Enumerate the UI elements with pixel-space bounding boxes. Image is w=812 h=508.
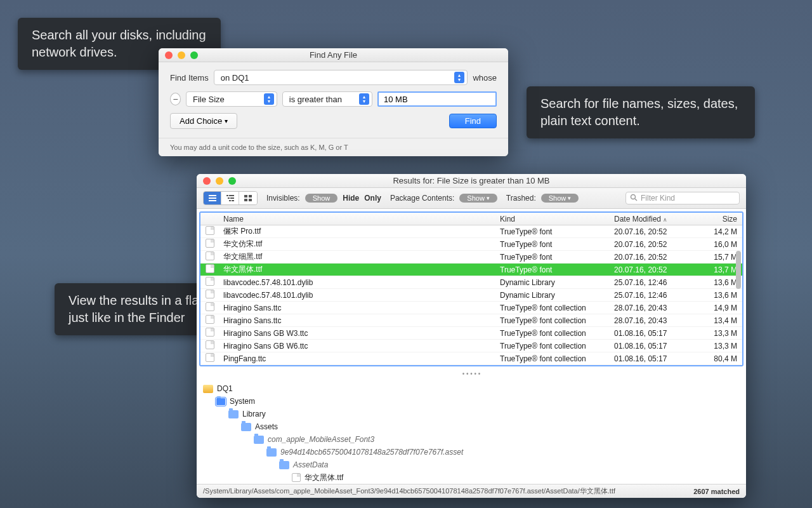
tree-row[interactable]: System xyxy=(203,395,740,408)
cell-kind: TrueType® font xyxy=(495,240,609,249)
folder-icon xyxy=(216,398,226,406)
icon-view-icon[interactable] xyxy=(239,192,257,204)
folder-icon xyxy=(266,448,277,457)
table-row[interactable]: 华文仿宋.ttf TrueType® font 20.07.16, 20:52 … xyxy=(200,238,742,251)
package-label: Package Contents: xyxy=(390,194,454,203)
file-icon xyxy=(206,277,214,286)
table-body[interactable]: 儷宋 Pro.ttf TrueType® font 20.07.16, 20:5… xyxy=(200,225,742,365)
cell-name: Hiragino Sans GB W3.ttc xyxy=(218,329,495,338)
tree-row[interactable]: Library xyxy=(203,408,740,420)
file-icon xyxy=(206,353,214,362)
file-icon xyxy=(206,290,214,298)
cell-name: Hiragino Sans.ttc xyxy=(218,304,495,312)
view-mode-segment[interactable] xyxy=(203,191,258,205)
tree-row[interactable]: Assets xyxy=(203,420,740,433)
toolbar: Invisibles: Show Hide Only Package Conte… xyxy=(197,188,746,209)
package-show-button[interactable]: Show ▾ xyxy=(459,194,497,203)
table-row[interactable]: Hiragino Sans.ttc TrueType® font collect… xyxy=(200,302,742,314)
table-row[interactable]: libavcodec.57.48.101.dylib Dynamic Libra… xyxy=(200,289,742,302)
find-items-label: Find Items xyxy=(170,73,209,83)
results-window: Results for: File Size is greater than 1… xyxy=(197,174,746,498)
cell-kind: TrueType® font collection xyxy=(495,342,609,351)
file-icon xyxy=(292,473,301,482)
close-icon[interactable] xyxy=(165,51,173,59)
attribute-value: File Size xyxy=(193,95,225,104)
cell-date: 01.08.16, 05:17 xyxy=(609,342,698,351)
zoom-icon[interactable] xyxy=(190,51,198,59)
cell-size: 13,3 M xyxy=(698,342,742,351)
folder-icon xyxy=(241,423,251,431)
cell-kind: TrueType® font collection xyxy=(495,354,609,363)
table-row[interactable]: 华文黑体.ttf TrueType® font 20.07.16, 20:52 … xyxy=(200,264,742,276)
minimize-icon[interactable] xyxy=(178,51,185,59)
status-path: /System/Library/Assets/com_apple_MobileA… xyxy=(203,486,615,496)
table-row[interactable]: Hiragino Sans GB W6.ttc TrueType® font c… xyxy=(200,340,742,352)
results-table: Name Kind Date Modified ∧ Size 儷宋 Pro.tt… xyxy=(199,211,743,366)
path-tree[interactable]: DQ1SystemLibraryAssetscom_apple_MobileAs… xyxy=(197,378,746,488)
svg-rect-3 xyxy=(226,195,228,196)
table-row[interactable]: PingFang.ttc TrueType® font collection 0… xyxy=(200,352,742,365)
whose-label: whose xyxy=(473,73,497,83)
invisibles-show-button[interactable]: Show xyxy=(305,194,338,203)
filter-input[interactable]: Filter Kind xyxy=(625,192,740,204)
cell-kind: TrueType® font xyxy=(495,265,609,274)
file-icon xyxy=(206,226,214,235)
cell-date: 20.07.16, 20:52 xyxy=(609,265,698,274)
cell-date: 25.07.16, 12:46 xyxy=(609,278,698,287)
col-date[interactable]: Date Modified ∧ xyxy=(609,215,698,224)
remove-criterion-button[interactable]: − xyxy=(170,93,181,105)
tree-row[interactable]: AssetData xyxy=(203,458,740,471)
cell-size: 13,6 M xyxy=(698,291,742,300)
cell-date: 01.08.16, 05:17 xyxy=(609,354,698,363)
zoom-icon[interactable] xyxy=(228,177,236,185)
titlebar[interactable]: Results for: File Size is greater than 1… xyxy=(197,174,746,188)
list-view-icon[interactable] xyxy=(204,192,221,204)
cell-kind: TrueType® font collection xyxy=(495,329,609,338)
invisibles-only-button[interactable]: Only xyxy=(364,194,381,203)
scope-select[interactable]: on DQ1 xyxy=(214,70,468,85)
attribute-select[interactable]: File Size xyxy=(186,91,277,107)
tree-row[interactable]: 9e94d14bcb65750041078148a2578df7f07e767f… xyxy=(203,446,740,458)
cell-date: 28.07.16, 20:43 xyxy=(609,316,698,325)
splitter-handle[interactable]: • • • • • xyxy=(197,369,746,378)
invisibles-hide-button[interactable]: Hide xyxy=(343,194,359,203)
table-row[interactable]: libavcodec.57.48.101.dylib Dynamic Libra… xyxy=(200,276,742,289)
titlebar[interactable]: Find Any File xyxy=(159,48,508,62)
tree-label: AssetData xyxy=(293,460,328,469)
filter-placeholder: Filter Kind xyxy=(641,194,675,203)
find-button[interactable]: Find xyxy=(449,114,497,128)
operator-select[interactable]: is greater than xyxy=(282,91,372,107)
table-row[interactable]: Hiragino Sans GB W3.ttc TrueType® font c… xyxy=(200,327,742,340)
chevron-updown-icon: ▾ xyxy=(487,195,490,201)
trashed-show-button[interactable]: Show ▾ xyxy=(541,194,579,203)
minimize-icon[interactable] xyxy=(216,177,223,185)
cell-size: 14,9 M xyxy=(698,304,742,312)
col-size[interactable]: Size xyxy=(698,215,742,224)
tree-row[interactable]: DQ1 xyxy=(203,382,740,395)
scrollbar[interactable] xyxy=(736,251,741,289)
add-choice-button[interactable]: Add Choice ▾ xyxy=(170,113,237,129)
cell-name: libavcodec.57.48.101.dylib xyxy=(218,291,495,300)
col-kind[interactable]: Kind xyxy=(495,215,609,224)
svg-rect-9 xyxy=(244,195,247,197)
file-icon xyxy=(206,328,214,337)
table-row[interactable]: Hiragino Sans.ttc TrueType® font collect… xyxy=(200,314,742,327)
file-icon xyxy=(206,302,214,311)
tree-row[interactable]: com_apple_MobileAsset_Font3 xyxy=(203,433,740,446)
chevron-updown-icon xyxy=(264,93,274,105)
value-input[interactable] xyxy=(377,91,497,107)
tree-row[interactable]: 华文黑体.ttf xyxy=(203,471,740,484)
hierarchy-view-icon[interactable] xyxy=(221,192,239,204)
tree-label: com_apple_MobileAsset_Font3 xyxy=(268,435,374,444)
cell-name: libavcodec.57.48.101.dylib xyxy=(218,278,495,287)
cell-date: 01.08.16, 05:17 xyxy=(609,329,698,338)
close-icon[interactable] xyxy=(203,177,211,185)
svg-rect-1 xyxy=(209,197,216,199)
cell-kind: TrueType® font xyxy=(495,253,609,262)
col-name[interactable]: Name xyxy=(218,215,495,224)
status-count: 2607 matched xyxy=(693,488,740,495)
table-header[interactable]: Name Kind Date Modified ∧ Size xyxy=(200,213,742,225)
scope-value: on DQ1 xyxy=(221,73,249,83)
table-row[interactable]: 华文细黑.ttf TrueType® font 20.07.16, 20:52 … xyxy=(200,251,742,264)
table-row[interactable]: 儷宋 Pro.ttf TrueType® font 20.07.16, 20:5… xyxy=(200,225,742,238)
